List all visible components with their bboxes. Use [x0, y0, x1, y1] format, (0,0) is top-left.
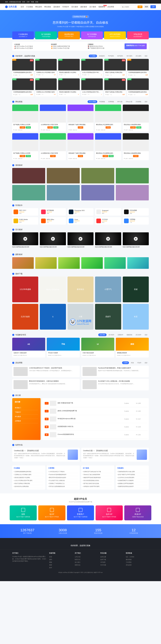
resource-card[interactable]: NEW互联网企业公司官网展示源码👁 1058♡ 3VIP — [35, 59, 57, 77]
search-input[interactable] — [121, 6, 136, 8]
tab[interactable]: .NET源码 — [125, 54, 134, 57]
tab[interactable]: 互联网 — [122, 362, 129, 364]
photo-item[interactable] — [127, 257, 149, 269]
nav-item[interactable]: 行业模板 — [26, 6, 33, 8]
tab[interactable]: 科技 — [130, 362, 135, 364]
nav-item[interactable]: 原创博客 — [108, 6, 114, 8]
news-item[interactable]: 马云的福字:13亿人抢敬业福，2021集五福攻略支付宝2021年集五福活动已正式… — [81, 379, 149, 390]
play-icon[interactable] — [134, 237, 138, 241]
footer-link[interactable]: QQ：123456 — [126, 556, 149, 558]
link-item[interactable]: • Facebook开源AI围棋源码程序 — [48, 473, 78, 476]
rank-tab[interactable]: 下载排行 — [15, 410, 38, 414]
link-item[interactable]: • 互联网电视视频网站源码系统 — [14, 470, 44, 473]
vip-card[interactable]: 包年VIP每日可下载30个VIP资源 — [96, 506, 122, 520]
software-card[interactable]: 百度网盘★★★★★工具 — [123, 217, 149, 225]
rank-item[interactable]: 一最新 360极速浏览器下载0 admin👁 4,495 — [44, 400, 148, 407]
tab[interactable]: 织梦模板 — [107, 100, 115, 103]
template-card[interactable]: 国产电脑公司网站企业官网PC版本手机版👁 14212021-02 — [12, 133, 38, 160]
link-item[interactable]: • 马云的福字13亿人抢敬业福 — [48, 479, 78, 482]
tab[interactable]: 行业模板 — [89, 54, 97, 57]
nav-item[interactable]: 网站模板 — [44, 6, 51, 8]
tab[interactable]: PHP源码 — [107, 54, 115, 57]
footer-link[interactable]: 工单系统 — [126, 561, 149, 564]
tab[interactable]: ZBlog主题 — [124, 100, 134, 103]
photo-item[interactable] — [81, 257, 103, 269]
link-item[interactable]: • 国产独立游戏开发作品选集 — [83, 482, 113, 485]
vip-card[interactable]: 包VIP每日可下载10个VIP资源 — [38, 506, 65, 520]
rank-item[interactable]: 二[推荐] 12306抢票神器免费下载0 admin👁 3,382 — [44, 407, 148, 415]
software-card[interactable]: PUBG Mobile★★★★★游戏 — [12, 217, 38, 225]
nav-item[interactable]: 网站源码 — [35, 6, 42, 8]
login-button[interactable]: 登录 — [144, 5, 149, 8]
category-tile[interactable]: 热门CMS模板DZ/帝国/织梦 — [81, 32, 103, 39]
resource-card[interactable]: NEW企业公司官网自适应HTML源码👁 1102♡ 21 — [81, 59, 103, 77]
software-card[interactable]: 抖音短视频★★★★★视频 — [123, 208, 149, 216]
play-icon[interactable] — [51, 237, 55, 241]
software-card[interactable]: 淘宝 V10.2★★★★★电商 — [12, 208, 38, 216]
logo[interactable]: 云尚主题 — [5, 6, 17, 8]
tab[interactable]: 更多 — [143, 362, 149, 364]
music-card[interactable]: 纯音乐钢琴曲合集欣赏试听 — [123, 232, 149, 250]
resource-card[interactable]: HOT互联网电视视频网站源码系统👁 1233♡ 6免费 — [127, 59, 149, 77]
resource-card[interactable]: HOT推荐互联网电视视频网站源码系统👁 1233♡ 6免费 — [12, 59, 34, 77]
link-item[interactable]: • 橙色产品商城公司网站系统 — [14, 482, 44, 485]
tab[interactable]: 更多 — [143, 54, 149, 57]
register-button[interactable]: 注册 — [150, 5, 156, 8]
tab[interactable]: ASP源码 — [116, 54, 124, 57]
wallpaper-item[interactable] — [47, 185, 80, 200]
category-tile[interactable]: APP小程序源码微信/支付宝/抖音 — [104, 32, 126, 39]
nav-item[interactable]: 首页 — [20, 6, 24, 8]
link-item[interactable]: • 企业公司官网自适应HTML源码 — [14, 479, 44, 482]
resource-card[interactable]: NEW黑色简洁摄影图片作品网站👁 967♡ 46 — [58, 59, 80, 77]
nav-item[interactable]: 音乐素材 — [71, 6, 78, 8]
news-item[interactable]: Facebook开源AI围棋源码，昨晚已击败职业棋手机器学习社区中围棋AI再次取… — [81, 366, 149, 377]
footer-link[interactable]: 如何注册 — [100, 556, 123, 558]
poster-card[interactable]: 冬至 — [123, 304, 149, 330]
vip-card[interactable]: 普通用户每日可下载3个免费资源 — [67, 506, 94, 520]
link-item[interactable]: • Steam冷门独立游戏推荐榜单 — [83, 473, 113, 476]
tab[interactable]: IT技术 — [136, 362, 142, 364]
poster-card[interactable]: 圣诞节 — [95, 304, 121, 330]
tab[interactable]: 其他模板 — [134, 100, 142, 103]
poster-card[interactable]: 1212年终盛典 — [12, 276, 38, 302]
footer-link[interactable]: 首页 — [49, 556, 72, 558]
tab[interactable]: 帝国模板 — [98, 100, 106, 103]
software-card[interactable]: WPS Office★★★★★办公 — [40, 217, 66, 225]
course-card[interactable]: UIUI设计就业实战班¥1099 | 11人已购 评分4.8 — [81, 338, 114, 358]
template-card[interactable]: 企业网络科技公司展示官网PC版本👁 11562021-02 — [40, 133, 66, 160]
link-item[interactable]: • 短视频社交APP前后端源码 — [117, 482, 147, 485]
footer-link[interactable]: 微信客服 — [126, 558, 149, 561]
wallpaper-item[interactable] — [81, 185, 114, 200]
link-item[interactable]: • 经典怀旧FC游戏合集打包下载 — [83, 470, 113, 473]
link-item[interactable]: • 小米官宣自研芯片下周发布 — [48, 470, 78, 473]
footer-link[interactable]: 素材 — [49, 564, 72, 566]
template-card[interactable]: 国产电脑公司网站企业官网PC版本手机版👁 14212021-02 — [12, 104, 38, 132]
rank-tab[interactable]: 本周热门 — [15, 406, 38, 410]
photo-item[interactable] — [35, 257, 57, 269]
play-icon[interactable] — [78, 237, 82, 241]
rank-item[interactable]: 三WA 极品Wordpress付费主题0 admin👁 2,917 — [44, 415, 148, 423]
link-item[interactable]: • 腾讯2020年度游戏发布全新作 — [48, 476, 78, 479]
resource-card[interactable]: NEW推荐橙色产品商城公司网站系统👁 843♡ 5免费 — [104, 59, 126, 77]
nav-item[interactable]: 漫画素材 — [53, 6, 60, 8]
link-item[interactable]: • 蓝色科技风企业网站模板 — [14, 485, 44, 488]
nav-item[interactable]: 设计素材 — [90, 6, 96, 8]
link-item[interactable]: • 互联网大厂年终奖曝光汇总 — [48, 482, 78, 485]
footer-link[interactable]: 支付问题 — [100, 564, 123, 566]
course-card[interactable]: 手绘手绘设计全能班¥1099 | 11人已购 评分4.8 — [47, 338, 80, 358]
resource-card[interactable]: NEW互联网电视视频网站源码系统👁 1233♡ 6免费 — [127, 78, 149, 96]
resource-card[interactable]: NEW推荐橙色产品商城公司网站系统👁 843♡ 5免费 — [104, 78, 126, 96]
template-card[interactable]: 餐饮美食公司品牌网站源码手机版👁 10442021-02 — [95, 104, 121, 132]
footer-link[interactable]: 公司介绍 — [75, 556, 98, 558]
tab[interactable]: WP主题 — [116, 100, 124, 103]
poster-card[interactable]: 圣诞 — [123, 276, 149, 302]
wallpaper-item[interactable] — [116, 168, 149, 184]
resource-card[interactable]: NEW企业公司官网自适应HTML源码👁 1102♡ 21 — [81, 78, 103, 96]
software-card[interactable]: 今日头条★★★★★资讯 — [95, 217, 121, 225]
resource-card[interactable]: NEW推荐互联网电视视频网站源码系统👁 1233♡ 6免费 — [12, 78, 34, 96]
link-item[interactable]: • 复古街机模拟器整合安装包 — [83, 479, 113, 482]
link-item[interactable]: • 像素风RPG游戏完整源码资源 — [83, 476, 113, 479]
vip-card[interactable]: 游客每日可下载0个免费资源 — [10, 506, 37, 520]
promo-banner[interactable]: 新购享折扣 新用户下单立减50 — [124, 44, 147, 49]
tab[interactable]: 游戏源码 — [98, 54, 106, 57]
